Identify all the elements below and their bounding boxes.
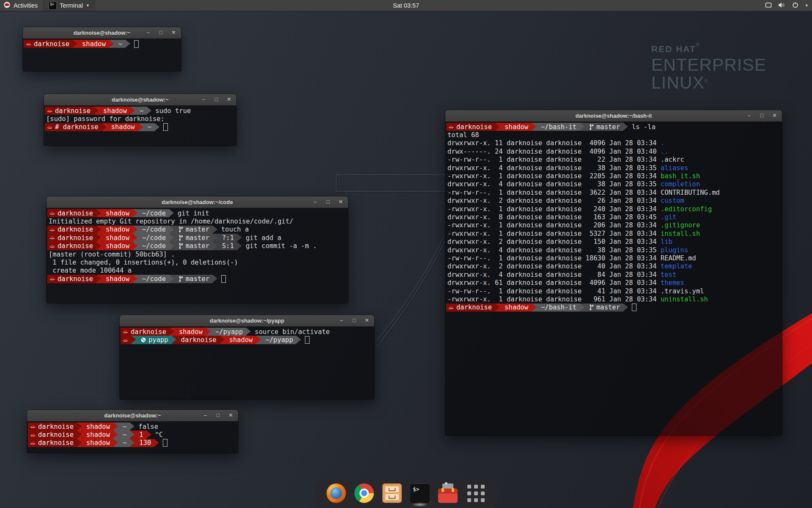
ls-filename: lib [661, 238, 672, 246]
powerline-arrow [109, 40, 114, 48]
powerline-arrow [237, 234, 242, 242]
prompt-segment: shadow [225, 336, 256, 344]
prompt-line: darknoiseshadow~/codemasterS:1git commit… [47, 242, 348, 250]
app-menu-terminal[interactable]: $> Terminal ▼ [43, 0, 96, 11]
redhat-icon [49, 227, 55, 232]
terminal-content[interactable]: darknoiseshadow~sudo true[sudo] password… [44, 105, 236, 146]
prompt-segment-label: # darknoise [55, 123, 99, 131]
close-button[interactable]: ✕ [226, 97, 232, 102]
prompt-segment-label: master [596, 123, 620, 131]
powerline-arrow [169, 226, 174, 234]
minimize-button[interactable]: – [145, 30, 151, 36]
window-controls: –□✕ [746, 110, 777, 121]
minimize-button[interactable]: – [746, 113, 752, 119]
dock-item-app-grid[interactable] [466, 483, 486, 503]
chevron-down-icon: ▼ [86, 3, 90, 8]
terminal-cursor [221, 275, 226, 283]
ls-line-fields: drwxrwxr-x. 4 darknoise darknoise 38 Jan… [447, 246, 661, 254]
app-menu-label: Terminal [60, 2, 83, 9]
ls-line: -rw-rw-r--. 1 darknoise darknoise 22 Jan… [446, 156, 782, 164]
powerline-arrow [169, 209, 174, 217]
dock-item-firefox[interactable] [326, 483, 346, 503]
activities-button[interactable]: Activities [0, 0, 43, 11]
ls-filename: . [661, 139, 664, 147]
redhat-icon [49, 276, 55, 281]
dock-item-terminal[interactable]: $> [410, 483, 430, 503]
minimize-button[interactable]: – [203, 413, 208, 418]
prompt-segment: ~/bash-it [536, 123, 580, 131]
clock[interactable]: Sat 03:57 [393, 2, 419, 9]
close-button[interactable]: ✕ [772, 113, 777, 119]
terminal-window-bash-it: darknoise@shadow:~/bash-it–□✕darknoisesh… [445, 110, 782, 435]
prompt-segment: ~/code [137, 234, 169, 242]
powerline-arrow [102, 123, 107, 131]
close-button[interactable]: ✕ [338, 199, 343, 205]
maximize-button[interactable]: □ [325, 199, 331, 205]
prompt-segment: shadow [174, 328, 206, 336]
maximize-button[interactable]: □ [759, 113, 765, 119]
prompt-segment: darknoise [47, 209, 96, 217]
maximize-button[interactable]: □ [214, 97, 219, 102]
titlebar[interactable]: darknoise@shadow:~/bash-it–□✕ [445, 110, 782, 122]
prompt-segment-label: shadow [86, 439, 110, 447]
prompt-segment: darknoise [446, 304, 495, 312]
prompt-segment-label: darknoise [58, 210, 93, 217]
dock-item-chrome[interactable] [354, 483, 374, 503]
maximize-button[interactable]: □ [351, 318, 357, 323]
terminal-content[interactable]: darknoiseshadow~falsedarknoiseshadow~1^C… [27, 421, 238, 453]
terminal-icon: $> [410, 483, 430, 503]
prompt-segment-label: ~/bash-it [541, 123, 576, 131]
prompt-line: darknoiseshadow~sudo true [45, 107, 236, 115]
powerline-arrow [213, 226, 217, 234]
window-title: darknoise@shadow:~/bash-it [576, 113, 652, 119]
maximize-button[interactable]: □ [215, 413, 221, 418]
output-line: total 68 [446, 131, 782, 139]
prompt-segment: shadow [77, 40, 109, 48]
terminal-window-pyapp: darknoise@shadow:~/pyapp–□✕darknoiseshad… [120, 315, 374, 399]
minimize-button[interactable]: – [339, 318, 344, 323]
terminal-content[interactable]: darknoiseshadow~ [23, 39, 181, 71]
ls-line: drwxrwxr-x. 2 darknoise darknoise 150 Ja… [446, 237, 782, 246]
powerline-arrow [169, 242, 174, 250]
close-button[interactable]: ✕ [171, 30, 176, 36]
ls-filename: .ackrc [661, 156, 684, 163]
window-title: darknoise@shadow:~/code [162, 199, 233, 205]
system-status-area[interactable]: ▼ [765, 0, 809, 11]
terminal-window-home-sudo: darknoise@shadow:~–□✕darknoiseshadow~sud… [44, 94, 236, 146]
ls-line-fields: drwxrwxr-x. 11 darknoise darknoise 4096 … [447, 139, 661, 147]
terminal-cursor [305, 336, 310, 344]
close-button[interactable]: ✕ [228, 413, 233, 418]
ls-line-fields: drwxrwxr-x. 8 darknoise darknoise 163 Ja… [447, 213, 661, 221]
redhat-icon [448, 124, 454, 129]
terminal-content[interactable]: darknoiseshadow~/codegit initInitialized… [47, 208, 348, 303]
terminal-content[interactable]: darknoiseshadow~/pyappsource bin/activat… [120, 326, 374, 399]
titlebar[interactable]: darknoise@shadow:~/code–□✕ [47, 196, 348, 208]
titlebar[interactable]: darknoise@shadow:~–□✕ [23, 27, 181, 39]
screen-icon [765, 2, 772, 9]
terminal-window-home-idle: darknoise@shadow:~–□✕darknoiseshadow~ [23, 27, 181, 71]
prompt-line: pyappdarknoiseshadow~/pyapp [121, 336, 374, 344]
prompt-segment: shadow [107, 123, 138, 131]
dock-item-toolbox[interactable] [438, 483, 458, 503]
minimize-button[interactable]: – [313, 199, 318, 205]
command-text: ^C [151, 431, 163, 439]
prompt-segment-label: ~ [118, 40, 122, 48]
minimize-button[interactable]: – [201, 97, 206, 102]
prompt-segment-label: darknoise [131, 328, 166, 336]
prompt-segment: ~ [143, 123, 155, 131]
dock-item-files[interactable] [382, 483, 402, 503]
prompt-segment: master [174, 234, 213, 242]
prompt-segment-label: darknoise [58, 242, 93, 250]
redhat-icon [49, 244, 55, 248]
powerline-arrow [96, 209, 101, 217]
powerline-arrow [532, 123, 536, 131]
titlebar[interactable]: darknoise@shadow:~/pyapp–□✕ [120, 315, 374, 327]
ls-filename: test [661, 271, 676, 279]
command-text: false [134, 423, 158, 431]
maximize-button[interactable]: □ [158, 30, 164, 36]
terminal-content[interactable]: darknoiseshadow~/bash-itmasterls -latota… [445, 121, 782, 435]
titlebar[interactable]: darknoise@shadow:~–□✕ [44, 94, 236, 106]
titlebar[interactable]: darknoise@shadow:~–□✕ [27, 410, 238, 422]
prompt-segment: master [174, 242, 213, 250]
close-button[interactable]: ✕ [364, 318, 370, 323]
